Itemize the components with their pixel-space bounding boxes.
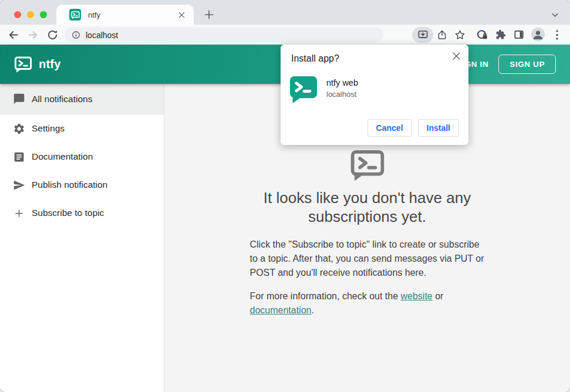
dialog-app-origin: localhost	[326, 90, 358, 99]
install-app-icon[interactable]	[412, 27, 433, 43]
profile-avatar[interactable]	[531, 28, 545, 41]
sidebar-item-label: Documentation	[32, 151, 93, 162]
reload-icon[interactable]	[46, 29, 58, 40]
app-brand-title: ntfy	[39, 58, 60, 71]
empty-state-links-paragraph: For more information, check out the webs…	[250, 289, 485, 317]
ntfy-app-icon	[290, 76, 317, 103]
traffic-minimize-button[interactable]	[27, 11, 34, 18]
sidebar-item-publish-notification[interactable]: Publish notification	[0, 171, 164, 199]
article-icon	[13, 151, 25, 163]
empty-state-heading: It looks like you don't have any subscri…	[250, 188, 485, 226]
tab-strip: ntfy	[0, 0, 570, 25]
address-url-text: localhost	[86, 31, 118, 40]
sidebar-item-label: Subscribe to topic	[32, 208, 104, 218]
install-button[interactable]: Install	[418, 119, 459, 137]
gear-icon	[13, 123, 25, 135]
sidebar-item-label: All notifications	[32, 94, 92, 104]
new-tab-plus-icon[interactable]	[203, 9, 215, 21]
links-paragraph-prefix: For more information, check out the	[250, 291, 401, 301]
extensions-puzzle-icon[interactable]	[495, 29, 507, 40]
links-paragraph-middle: or	[433, 291, 444, 301]
browser-tab[interactable]: ntfy	[56, 5, 194, 25]
dialog-app-name: ntfy web	[326, 78, 358, 87]
empty-state-paragraph: Click the "Subscribe to topic" link to c…	[250, 238, 485, 280]
back-icon[interactable]	[7, 29, 19, 40]
plus-icon	[13, 207, 25, 219]
tab-title: ntfy	[88, 11, 176, 19]
sidebar-item-documentation[interactable]: Documentation	[0, 143, 164, 171]
traffic-close-button[interactable]	[14, 11, 21, 18]
chat-icon	[13, 93, 25, 105]
traffic-maximize-button[interactable]	[40, 11, 47, 18]
menu-kebab-icon[interactable]	[551, 29, 563, 40]
links-paragraph-suffix: .	[311, 305, 313, 315]
install-app-dialog: Install app? ntfy web localhost Cancel I…	[281, 45, 468, 145]
sidebar: All notifications Settings Documentation…	[0, 84, 164, 392]
forward-icon[interactable]	[27, 29, 39, 40]
documentation-link[interactable]: documentation	[250, 305, 312, 315]
address-bar[interactable]: localhost	[65, 27, 383, 43]
side-panel-icon[interactable]	[513, 29, 525, 40]
tab-close-icon[interactable]	[176, 9, 187, 20]
dialog-close-icon[interactable]	[450, 50, 462, 62]
website-link[interactable]: website	[401, 291, 433, 301]
send-icon	[13, 179, 25, 191]
browser-toolbar: localhost	[0, 25, 570, 45]
sidebar-item-all-notifications[interactable]: All notifications	[0, 84, 164, 114]
dialog-title: Install app?	[291, 53, 339, 64]
ntfy-favicon-icon	[69, 9, 81, 21]
ntfy-logo-large-icon	[350, 147, 385, 183]
cancel-button[interactable]: Cancel	[367, 119, 412, 137]
browser-window: ntfy	[0, 0, 570, 392]
empty-state: It looks like you don't have any subscri…	[250, 147, 485, 392]
tab-search-chevron-icon[interactable]	[548, 9, 561, 21]
bookmark-star-icon[interactable]	[454, 29, 466, 40]
share-icon[interactable]	[436, 29, 448, 40]
sidebar-item-settings[interactable]: Settings	[0, 114, 164, 143]
sidebar-item-subscribe-to-topic[interactable]: Subscribe to topic	[0, 199, 164, 227]
sign-up-button[interactable]: SIGN UP	[498, 55, 556, 74]
sidebar-item-label: Settings	[32, 123, 65, 134]
sidebar-item-label: Publish notification	[32, 180, 107, 190]
ntfy-logo-icon	[14, 55, 32, 73]
extension-lock-icon[interactable]	[476, 29, 488, 40]
info-icon[interactable]	[72, 31, 80, 39]
